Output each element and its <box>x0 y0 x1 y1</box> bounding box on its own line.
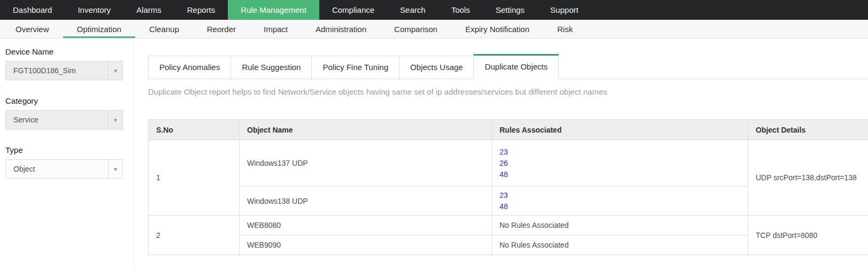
category-value: Service <box>6 116 108 124</box>
type-select[interactable]: Object ▾ <box>5 159 123 179</box>
object-name-cell: Windows137 UDP <box>240 140 492 187</box>
nav-rule-management[interactable]: Rule Management <box>228 0 319 20</box>
tab-policy-anomalies[interactable]: Policy Anomalies <box>148 56 231 79</box>
nav-settings[interactable]: Settings <box>483 0 537 20</box>
chevron-down-icon[interactable]: ▾ <box>108 62 122 80</box>
category-select[interactable]: Service ▾ <box>5 110 123 129</box>
device-name-label: Device Name <box>5 47 133 56</box>
duplicate-objects-table: S.No Object Name Rules Associated Object… <box>148 119 868 255</box>
nav-tools[interactable]: Tools <box>439 0 483 20</box>
subnav-risk[interactable]: Risk <box>543 20 587 38</box>
tab-policy-fine-tuning[interactable]: Policy Fine Tuning <box>311 56 400 79</box>
rule-link[interactable]: 48 <box>500 201 740 212</box>
duplicate-objects-description: Duplicate Object report helps to find Ne… <box>148 87 868 96</box>
object-name-cell: WEB8080 <box>240 216 492 235</box>
col-header-object-name: Object Name <box>240 120 492 140</box>
type-value: Object <box>6 165 108 173</box>
col-header-object-details: Object Details <box>748 120 868 140</box>
optimization-tabstrip: Policy Anomalies Rule Suggestion Policy … <box>148 53 868 79</box>
nav-search[interactable]: Search <box>387 0 439 20</box>
subnav-impact[interactable]: Impact <box>250 20 302 38</box>
nav-support[interactable]: Support <box>537 0 592 20</box>
optimization-content: Policy Anomalies Rule Suggestion Policy … <box>134 39 868 269</box>
nav-reports[interactable]: Reports <box>174 0 228 20</box>
chevron-down-icon[interactable]: ▾ <box>108 111 122 129</box>
object-details-cell: TCP dstPort=8080 <box>748 216 868 255</box>
rule-link[interactable]: 26 <box>500 158 740 169</box>
rules-associated-cell: No Rules Associated <box>492 235 748 255</box>
device-name-value: FGT100D186_Sim <box>6 66 108 75</box>
category-label: Category <box>5 96 133 105</box>
sno-cell: 2 <box>149 216 240 255</box>
rules-associated-cell: No Rules Associated <box>492 216 748 235</box>
subnav-optimization[interactable]: Optimization <box>63 20 135 38</box>
tab-duplicate-objects[interactable]: Duplicate Objects <box>473 54 559 79</box>
filter-sidebar: Device Name FGT100D186_Sim ▾ Category Se… <box>0 39 134 269</box>
table-row: 2 WEB8080 No Rules Associated TCP dstPor… <box>149 216 868 235</box>
rules-associated-cell: 23 48 <box>492 187 748 216</box>
nav-compliance[interactable]: Compliance <box>319 0 387 20</box>
subnav-reorder[interactable]: Reorder <box>193 20 250 38</box>
nav-inventory[interactable]: Inventory <box>65 0 124 20</box>
object-name-cell: Windows138 UDP <box>240 187 492 216</box>
subnav-comparison[interactable]: Comparison <box>380 20 451 38</box>
top-nav: Dashboard Inventory Alarms Reports Rule … <box>0 0 868 20</box>
subnav-cleanup[interactable]: Cleanup <box>135 20 193 38</box>
col-header-rules-associated: Rules Associated <box>492 120 748 140</box>
subnav-overview[interactable]: Overview <box>2 20 63 38</box>
sno-cell: 1 <box>149 140 240 216</box>
tab-rule-suggestion[interactable]: Rule Suggestion <box>231 56 312 79</box>
object-details-cell: UDP srcPort=138,dstPort=138 <box>748 140 868 216</box>
rule-management-sub-nav: Overview Optimization Cleanup Reorder Im… <box>0 20 868 39</box>
tab-objects-usage[interactable]: Objects Usage <box>399 56 474 79</box>
table-header-row: S.No Object Name Rules Associated Object… <box>149 120 868 140</box>
subnav-administration[interactable]: Administration <box>302 20 380 38</box>
nav-alarms[interactable]: Alarms <box>124 0 174 20</box>
table-row: 1 Windows137 UDP 23 26 48 UDP srcPort=13… <box>149 140 868 187</box>
rule-link[interactable]: 48 <box>500 169 740 180</box>
subnav-expiry-notification[interactable]: Expiry Notification <box>451 20 543 38</box>
device-name-select[interactable]: FGT100D186_Sim ▾ <box>5 61 123 80</box>
chevron-down-icon[interactable]: ▾ <box>108 160 122 178</box>
col-header-sno: S.No <box>149 120 240 140</box>
rule-link[interactable]: 23 <box>500 147 740 158</box>
type-label: Type <box>5 145 133 155</box>
rule-link[interactable]: 23 <box>500 190 740 201</box>
object-name-cell: WEB9090 <box>240 235 492 255</box>
rules-associated-cell: 23 26 48 <box>492 140 748 187</box>
nav-dashboard[interactable]: Dashboard <box>0 0 65 20</box>
